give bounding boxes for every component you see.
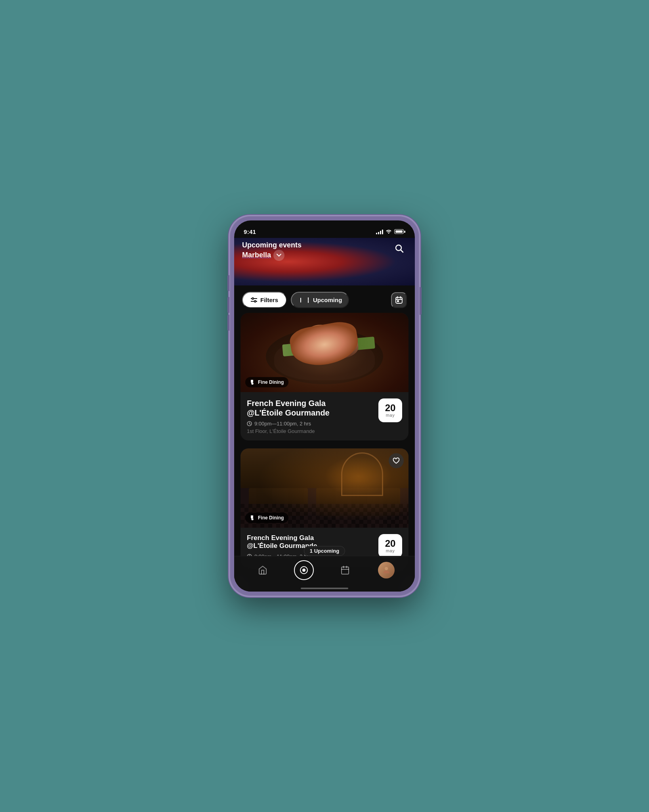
event-image-2: Fine Dining <box>241 448 408 528</box>
category-badge-1: Fine Dining <box>245 377 288 387</box>
svg-rect-6 <box>396 297 402 303</box>
date-badge-2: 20 may <box>378 534 402 558</box>
event-time-text-1: 9:00pm—11:00pm, 2 hrs <box>254 421 311 427</box>
header-location[interactable]: Marbella <box>242 251 271 259</box>
event-image-1: Fine Dining <box>241 313 408 392</box>
date-number-1: 20 <box>385 403 396 413</box>
date-month-1: may <box>386 413 395 417</box>
header-title-line1: Upcoming events <box>242 241 302 250</box>
upcoming-button[interactable]: Upcoming <box>291 292 349 308</box>
status-icons <box>376 229 405 235</box>
date-month-2: may <box>386 548 395 553</box>
svg-rect-10 <box>397 301 399 302</box>
nav-explore[interactable] <box>294 560 314 580</box>
event-title-1: French Evening Gala@L'Étoile Gourmande <box>247 398 374 417</box>
heart-button-2[interactable] <box>389 453 404 468</box>
wifi-icon <box>386 229 392 235</box>
filter-bar: Filters Upcoming <box>234 285 415 313</box>
explore-icon <box>300 566 308 575</box>
svg-point-4 <box>252 298 254 299</box>
notch <box>301 220 348 232</box>
profile-avatar <box>378 562 395 578</box>
category-label-1: Fine Dining <box>258 379 284 385</box>
header-title-group: Upcoming events Marbella <box>242 241 302 261</box>
dropdown-button[interactable] <box>273 250 284 261</box>
category-label-2: Fine Dining <box>258 515 284 521</box>
event-time-1: 9:00pm—11:00pm, 2 hrs <box>247 421 374 427</box>
bottom-nav: 1 Upcoming <box>234 556 415 592</box>
status-time: 9:41 <box>244 228 256 235</box>
battery-icon <box>394 229 405 234</box>
header-content: Upcoming events Marbella <box>234 238 415 261</box>
phone-screen: 9:41 <box>234 220 415 592</box>
nav-home[interactable] <box>253 560 273 580</box>
phone-wrapper: 9:41 <box>229 216 420 596</box>
svg-line-1 <box>401 250 403 252</box>
filters-label: Filters <box>260 297 278 303</box>
event-card-1[interactable]: Fine Dining French Evening Gala@L'Étoile… <box>241 313 408 440</box>
explore-active-ring <box>294 560 314 580</box>
upcoming-label: Upcoming <box>313 297 342 303</box>
svg-point-5 <box>254 301 256 302</box>
header-area: Upcoming events Marbella <box>234 238 415 285</box>
svg-point-14 <box>303 569 305 571</box>
upcoming-badge: 1 Upcoming <box>304 546 345 556</box>
event-details-1: French Evening Gala@L'Étoile Gourmande 9… <box>241 392 408 440</box>
category-badge-2: Fine Dining <box>245 513 288 523</box>
search-button[interactable] <box>392 241 407 256</box>
calendar-button[interactable] <box>391 292 407 308</box>
event-info-1: French Evening Gala@L'Étoile Gourmande 9… <box>247 398 374 434</box>
nav-bookings[interactable] <box>335 560 355 580</box>
svg-rect-15 <box>342 567 349 574</box>
svg-point-19 <box>385 567 388 570</box>
signal-icon <box>376 229 383 234</box>
date-badge-1: 20 may <box>378 398 402 422</box>
filters-button[interactable]: Filters <box>242 292 287 308</box>
home-icon <box>258 565 267 575</box>
event-location-1: 1st Floor, L'Étoile Gourmande <box>247 428 374 434</box>
bookings-icon <box>340 565 350 575</box>
header-title-block: Upcoming events Marbella <box>242 241 302 261</box>
date-number-2: 20 <box>385 539 396 548</box>
home-indicator <box>301 588 348 589</box>
nav-profile[interactable] <box>376 560 396 580</box>
